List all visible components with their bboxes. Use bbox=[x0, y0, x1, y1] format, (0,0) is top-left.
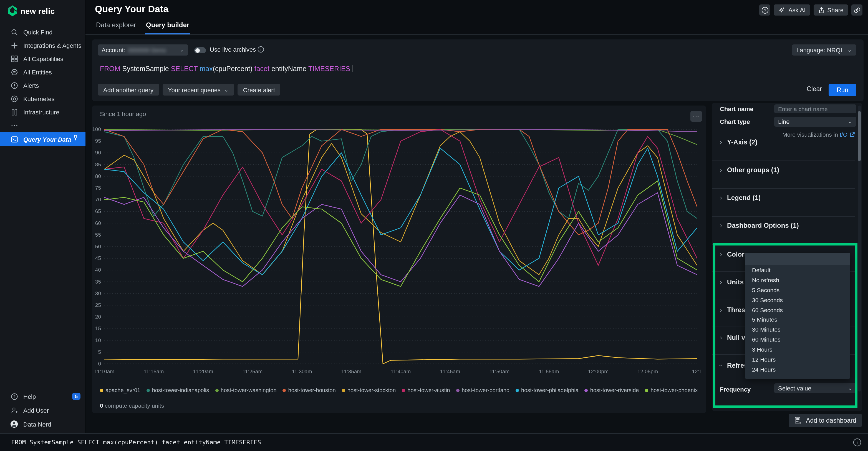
notification-badge: 5 bbox=[72, 393, 81, 400]
dropdown-option-12-hours[interactable]: 12 Hours bbox=[745, 354, 850, 364]
legend-label: host-tower-stockton bbox=[347, 387, 396, 393]
legend-color-dot bbox=[645, 389, 648, 392]
dropdown-option-5-seconds[interactable]: 5 Seconds bbox=[745, 285, 850, 295]
timeseries-chart[interactable]: 0510152025303540455055606570758085909510… bbox=[92, 106, 706, 413]
run-button[interactable]: Run bbox=[829, 84, 856, 96]
legend-item-host-tower-washington[interactable]: host-tower-washington bbox=[215, 387, 276, 393]
legend-label: host-tower-riverside bbox=[590, 387, 639, 393]
legend-item-host-tower-stockton[interactable]: host-tower-stockton bbox=[342, 387, 396, 393]
add-another-query-button[interactable]: Add another query bbox=[98, 84, 159, 95]
sidebar-item-kubernetes[interactable]: Kubernetes bbox=[0, 92, 86, 106]
chevron-down-icon: › bbox=[717, 364, 725, 367]
dropdown-option-no-refresh[interactable]: No refresh bbox=[745, 275, 850, 285]
chart-options-button[interactable]: ⋯ bbox=[690, 111, 702, 122]
dropdown-option-3-hours[interactable]: 3 Hours bbox=[745, 344, 850, 354]
query-token: facet bbox=[254, 65, 270, 73]
info-icon[interactable]: i bbox=[257, 46, 264, 53]
dropdown-option-30-seconds[interactable]: 30 Seconds bbox=[745, 294, 850, 305]
svg-text:11:35am: 11:35am bbox=[341, 368, 362, 374]
add-to-dashboard-button[interactable]: Add to dashboard bbox=[788, 414, 862, 427]
scrollbar-thumb[interactable] bbox=[858, 111, 861, 161]
sidebar-item--[interactable] bbox=[0, 119, 86, 132]
legend-item-host-tower-austin[interactable]: host-tower-austin bbox=[402, 387, 450, 393]
legend-item-apache_svr01[interactable]: apache_svr01 bbox=[100, 387, 141, 393]
legend-item-host-tower-indianapolis[interactable]: host-tower-indianapolis bbox=[147, 387, 209, 393]
sidebar-item-help[interactable]: ?Help5 bbox=[0, 389, 86, 403]
dropdown-option-30-minutes[interactable]: 30 Minutes bbox=[745, 325, 850, 335]
chevron-right-icon: › bbox=[720, 194, 722, 202]
tab-data-explorer[interactable]: Data explorer bbox=[95, 18, 137, 34]
legend-item-host-tower-houston[interactable]: host-tower-houston bbox=[283, 387, 336, 393]
sidebar-item-label: All Entities bbox=[23, 69, 52, 76]
svg-text:?: ? bbox=[764, 8, 766, 12]
section-other-groups-1-[interactable]: ›Other groups (1) bbox=[720, 166, 779, 174]
query-token: entityName bbox=[270, 65, 308, 73]
clear-button[interactable]: Clear bbox=[807, 86, 822, 92]
sidebar-item-quick-find[interactable]: Quick Find bbox=[0, 26, 86, 39]
dropdown-option-60-minutes[interactable]: 60 Minutes bbox=[745, 334, 850, 344]
legend-item-host-tower-philadelphia[interactable]: host-tower-philadelphia bbox=[516, 387, 579, 393]
sidebar-item-infrastructure[interactable]: Infrastructure bbox=[0, 106, 86, 119]
footer-info-icon[interactable]: i bbox=[853, 438, 861, 447]
pin-icon[interactable] bbox=[72, 134, 79, 142]
dropdown-option-5-minutes[interactable]: 5 Minutes bbox=[745, 315, 850, 325]
sidebar-item-data-nerd[interactable]: Data Nerd bbox=[0, 417, 86, 431]
legend-color-dot bbox=[402, 389, 405, 392]
frequency-select[interactable]: Select value ⌄ bbox=[774, 383, 856, 393]
recent-queries-button[interactable]: Your recent queries ⌄ bbox=[162, 84, 234, 95]
query-token: (cpuPercent) bbox=[213, 65, 254, 73]
ask-ai-button[interactable]: Ask AI bbox=[774, 4, 810, 16]
avatar-icon bbox=[10, 420, 18, 428]
section-refres[interactable]: ›Refres bbox=[720, 362, 748, 369]
svg-text:10: 10 bbox=[95, 337, 101, 343]
sidebar-item-alerts[interactable]: Alerts bbox=[0, 79, 86, 92]
share-icon bbox=[818, 6, 825, 13]
chart-type-select[interactable]: Line ⌄ bbox=[774, 117, 856, 126]
nrql-query-input[interactable]: FROM SystemSample SELECT max(cpuPercent)… bbox=[100, 64, 352, 73]
legend-item-host-tower-phoenix[interactable]: host-tower-phoenix bbox=[645, 387, 698, 393]
legend-item-host-tower-portland[interactable]: host-tower-portland bbox=[456, 387, 509, 393]
io-link[interactable]: I/O bbox=[840, 131, 847, 138]
dropdown-option-default[interactable]: Default bbox=[745, 265, 850, 275]
tab-query-builder[interactable]: Query builder bbox=[145, 18, 190, 34]
entities-icon bbox=[10, 68, 18, 76]
create-alert-button[interactable]: Create alert bbox=[238, 84, 281, 95]
sidebar-item-all-capabilities[interactable]: All Capabilities bbox=[0, 52, 86, 65]
help-button[interactable]: ? bbox=[760, 4, 771, 16]
sidebar-item-add-user[interactable]: Add User bbox=[0, 403, 86, 417]
account-select[interactable]: Account: 0000000 Demo ⌄ bbox=[98, 45, 188, 56]
legend-label: host-tower-austin bbox=[407, 387, 450, 393]
share-button[interactable]: Share bbox=[813, 4, 848, 16]
section-legend-1-[interactable]: ›Legend (1) bbox=[720, 194, 761, 202]
dropdown-option-60-seconds[interactable]: 60 Seconds bbox=[745, 305, 850, 315]
svg-text:11:30am: 11:30am bbox=[292, 368, 312, 374]
panel-scrollbar[interactable] bbox=[858, 106, 861, 392]
live-archives-toggle[interactable] bbox=[194, 47, 206, 53]
section-null-va[interactable]: ›Null va bbox=[720, 334, 749, 342]
svg-text:90: 90 bbox=[95, 150, 101, 156]
svg-text:11:45am: 11:45am bbox=[440, 368, 460, 374]
legend-color-dot bbox=[283, 389, 286, 392]
svg-text:40: 40 bbox=[95, 267, 101, 273]
new-relic-logo[interactable]: new relic bbox=[7, 5, 55, 17]
sidebar-item-all-entities[interactable]: All Entities bbox=[0, 65, 86, 79]
more-visualizations-link: More visualizations in I/O bbox=[782, 131, 855, 138]
section-dashboard-options-1-[interactable]: ›Dashboard Options (1) bbox=[720, 222, 799, 229]
chart-name-input[interactable]: Enter a chart name bbox=[774, 105, 856, 113]
dropdown-blank-option[interactable] bbox=[745, 253, 850, 265]
section-divider bbox=[712, 161, 855, 161]
section-y-axis-2-[interactable]: ›Y-Axis (2) bbox=[720, 138, 757, 146]
series-line-host-tower-houston bbox=[104, 130, 697, 235]
sidebar-item-integrations-agents[interactable]: Integrations & Agents bbox=[0, 39, 86, 52]
legend-item-host-tower-riverside[interactable]: host-tower-riverside bbox=[585, 387, 639, 393]
dropdown-option-24-hours[interactable]: 24 Hours bbox=[745, 364, 850, 374]
series-line-host-tower-riverside bbox=[104, 193, 697, 287]
language-select[interactable]: Language: NRQL ⌄ bbox=[792, 45, 856, 56]
section-colors[interactable]: ›Colors bbox=[720, 251, 748, 258]
section-units-[interactable]: ›Units ( bbox=[720, 278, 748, 286]
external-link-icon bbox=[849, 131, 855, 138]
permalink-button[interactable] bbox=[851, 4, 863, 16]
chart-legend: apache_svr01host-tower-indianapolishost-… bbox=[100, 387, 699, 393]
sidebar-item-query-your-data[interactable]: Query Your Data bbox=[0, 132, 86, 146]
footer-bar: FROM SystemSample SELECT max(cpuPercent)… bbox=[0, 433, 868, 451]
